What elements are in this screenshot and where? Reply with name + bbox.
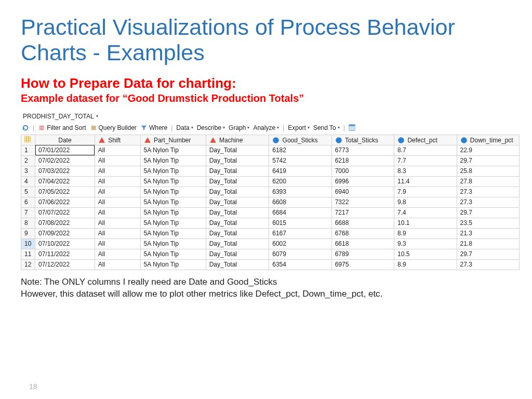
- cell-down-time-pct[interactable]: 27.3: [457, 259, 519, 270]
- row-number[interactable]: 9: [21, 228, 35, 238]
- cell-total-sticks[interactable]: 7000: [331, 166, 394, 176]
- cell-good-sticks[interactable]: 6182: [269, 145, 331, 155]
- column-header-down-time-pct[interactable]: Down_time_pct: [457, 135, 519, 145]
- cell-date[interactable]: 07/05/2022: [35, 187, 95, 197]
- cell-part-number[interactable]: 5A Nylon Tip: [140, 176, 206, 187]
- cell-shift[interactable]: All: [95, 218, 140, 228]
- cell-total-sticks[interactable]: 6688: [331, 218, 394, 228]
- cell-part-number[interactable]: 5A Nylon Tip: [140, 207, 206, 218]
- query-builder-button[interactable]: ▦ Query Builder: [89, 124, 138, 131]
- cell-defect-pct[interactable]: 7.9: [394, 187, 457, 197]
- cell-good-sticks[interactable]: 6354: [269, 259, 331, 270]
- cell-defect-pct[interactable]: 11.4: [394, 176, 457, 187]
- cell-date[interactable]: 07/02/2022: [35, 155, 95, 166]
- cell-down-time-pct[interactable]: 23.5: [457, 218, 519, 228]
- cell-down-time-pct[interactable]: 21.8: [457, 238, 519, 249]
- cell-down-time-pct[interactable]: 25.8: [457, 166, 519, 176]
- cell-defect-pct[interactable]: 9.8: [394, 197, 457, 207]
- cell-defect-pct[interactable]: 9.3: [394, 238, 457, 249]
- cell-shift[interactable]: All: [95, 145, 140, 155]
- table-row[interactable]: 407/04/2022All5A Nylon TipDay_Total62006…: [21, 176, 520, 187]
- table-row[interactable]: 607/06/2022All5A Nylon TipDay_Total66087…: [21, 197, 520, 207]
- table-row[interactable]: 307/03/2022All5A Nylon TipDay_Total64197…: [21, 166, 520, 176]
- cell-shift[interactable]: All: [95, 155, 140, 166]
- cell-good-sticks[interactable]: 6167: [269, 228, 331, 238]
- cell-machine[interactable]: Day_Total: [206, 249, 269, 259]
- cell-down-time-pct[interactable]: 21.3: [457, 228, 519, 238]
- row-number[interactable]: 1: [21, 145, 35, 155]
- cell-good-sticks[interactable]: 6393: [269, 187, 331, 197]
- cell-defect-pct[interactable]: 8.9: [394, 259, 457, 270]
- analyze-menu[interactable]: Analyze ▾: [252, 124, 280, 131]
- cell-total-sticks[interactable]: 6768: [331, 228, 394, 238]
- table-row[interactable]: 907/09/2022All5A Nylon TipDay_Total61676…: [21, 228, 520, 238]
- cell-date[interactable]: 07/10/2022: [35, 238, 95, 249]
- cell-machine[interactable]: Day_Total: [206, 228, 269, 238]
- send-to-menu[interactable]: Send To ▾: [312, 124, 341, 131]
- cell-machine[interactable]: Day_Total: [206, 166, 269, 176]
- cell-date[interactable]: 07/08/2022: [35, 218, 95, 228]
- cell-defect-pct[interactable]: 8.9: [394, 228, 457, 238]
- table-row[interactable]: 807/08/2022All5A Nylon TipDay_Total60156…: [21, 218, 520, 228]
- row-number[interactable]: 11: [21, 249, 35, 259]
- column-header-machine[interactable]: Machine: [206, 135, 269, 145]
- row-number[interactable]: 7: [21, 207, 35, 218]
- cell-machine[interactable]: Day_Total: [206, 176, 269, 187]
- cell-machine[interactable]: Day_Total: [206, 145, 269, 155]
- cell-part-number[interactable]: 5A Nylon Tip: [140, 218, 206, 228]
- row-number[interactable]: 6: [21, 197, 35, 207]
- cell-down-time-pct[interactable]: 22.9: [457, 145, 519, 155]
- cell-part-number[interactable]: 5A Nylon Tip: [140, 187, 206, 197]
- table-row[interactable]: 1207/12/2022All5A Nylon TipDay_Total6354…: [21, 259, 520, 270]
- table-row[interactable]: 1007/10/2022All5A Nylon TipDay_Total6002…: [21, 238, 520, 249]
- column-header-shift[interactable]: Shift: [95, 135, 140, 145]
- cell-shift[interactable]: All: [95, 187, 140, 197]
- cell-total-sticks[interactable]: 6975: [331, 259, 394, 270]
- column-header-part-number[interactable]: Part_Number: [140, 135, 206, 145]
- cell-defect-pct[interactable]: 7.7: [394, 155, 457, 166]
- cell-good-sticks[interactable]: 6608: [269, 197, 331, 207]
- describe-menu[interactable]: Describe ▾: [196, 124, 226, 131]
- cell-down-time-pct[interactable]: 27.8: [457, 176, 519, 187]
- cell-good-sticks[interactable]: 5742: [269, 155, 331, 166]
- cell-down-time-pct[interactable]: 29.7: [457, 207, 519, 218]
- cell-defect-pct[interactable]: 7.4: [394, 207, 457, 218]
- cell-good-sticks[interactable]: 6015: [269, 218, 331, 228]
- view-button[interactable]: [348, 124, 357, 131]
- table-row[interactable]: 1107/11/2022All5A Nylon TipDay_Total6079…: [21, 249, 520, 259]
- row-number[interactable]: 8: [21, 218, 35, 228]
- graph-menu[interactable]: Graph ▾: [228, 124, 250, 131]
- cell-down-time-pct[interactable]: 27.3: [457, 187, 519, 197]
- cell-machine[interactable]: Day_Total: [206, 197, 269, 207]
- cell-date[interactable]: 07/12/2022: [35, 259, 95, 270]
- cell-total-sticks[interactable]: 6773: [331, 145, 394, 155]
- column-header-good-sticks[interactable]: Good_Sticks: [269, 135, 331, 145]
- row-number[interactable]: 3: [21, 166, 35, 176]
- table-row[interactable]: 207/02/2022All5A Nylon TipDay_Total57426…: [21, 155, 520, 166]
- cell-part-number[interactable]: 5A Nylon Tip: [140, 145, 206, 155]
- where-button[interactable]: Where: [139, 124, 168, 131]
- cell-defect-pct[interactable]: 10.1: [394, 218, 457, 228]
- cell-total-sticks[interactable]: 7217: [331, 207, 394, 218]
- cell-down-time-pct[interactable]: 29.7: [457, 155, 519, 166]
- data-menu[interactable]: Data ▾: [175, 124, 194, 131]
- cell-date[interactable]: 07/06/2022: [35, 197, 95, 207]
- cell-part-number[interactable]: 5A Nylon Tip: [140, 197, 206, 207]
- cell-defect-pct[interactable]: 10.5: [394, 249, 457, 259]
- table-row[interactable]: 507/05/2022All5A Nylon TipDay_Total63936…: [21, 187, 520, 197]
- row-number[interactable]: 10: [21, 238, 35, 249]
- cell-machine[interactable]: Day_Total: [206, 218, 269, 228]
- cell-part-number[interactable]: 5A Nylon Tip: [140, 238, 206, 249]
- cell-shift[interactable]: All: [95, 207, 140, 218]
- cell-good-sticks[interactable]: 6002: [269, 238, 331, 249]
- table-row[interactable]: 107/01/2022All5A Nylon TipDay_Total61826…: [21, 145, 520, 155]
- row-number[interactable]: 2: [21, 155, 35, 166]
- cell-good-sticks[interactable]: 6684: [269, 207, 331, 218]
- column-header-defect-pct[interactable]: Defect_pct: [394, 135, 457, 145]
- cell-machine[interactable]: Day_Total: [206, 238, 269, 249]
- cell-date[interactable]: 07/04/2022: [35, 176, 95, 187]
- cell-date[interactable]: 07/09/2022: [35, 228, 95, 238]
- cell-part-number[interactable]: 5A Nylon Tip: [140, 166, 206, 176]
- cell-shift[interactable]: All: [95, 249, 140, 259]
- cell-total-sticks[interactable]: 6218: [331, 155, 394, 166]
